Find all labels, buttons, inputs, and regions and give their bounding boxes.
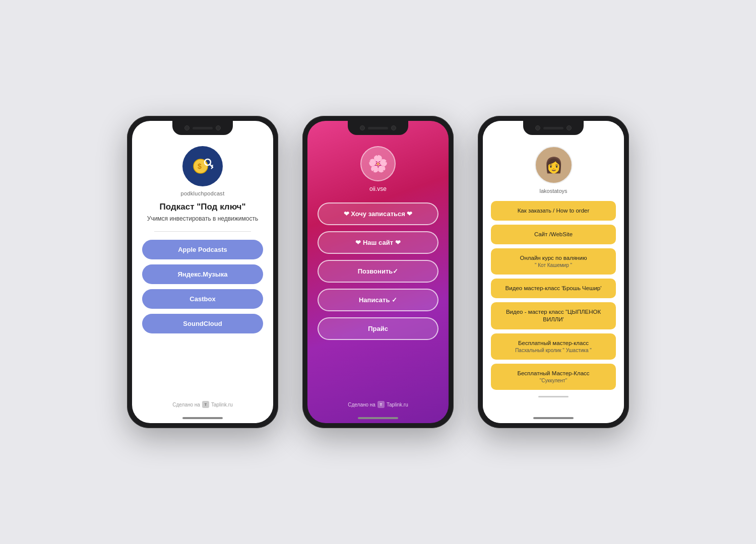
phone1-screen: $ podkluchpodcast Подкаст "Под ключ" Учи…	[132, 121, 273, 423]
phone2-username: oii.vse	[369, 185, 387, 192]
btn-besplatniy-mk2-sub: "Суккулент"	[499, 377, 608, 384]
btn-soundcloud[interactable]: SoundCloud	[142, 314, 263, 333]
phone2-avatar: 🌸	[360, 146, 396, 181]
notch-1	[172, 121, 233, 135]
svg-line-4	[212, 165, 213, 166]
home-indicator-2	[358, 417, 398, 419]
phone3-buttons: Как заказать / How to order Сайт /WebSit…	[491, 201, 616, 390]
btn-video-brosh-label: Видео мастер-класс 'Брошь Чешир'	[506, 285, 602, 291]
btn-website-label: Сайт /WebSite	[534, 231, 573, 237]
btn-apple-podcasts[interactable]: Apple Podcasts	[142, 240, 263, 259]
camera-3	[535, 125, 540, 130]
phone3-avatar: 👩	[535, 146, 573, 184]
btn-online-kurs-label: Онлайн курс по валянию	[520, 255, 587, 261]
btn-besplatniy-mk-label: Бесплатный мастер-класс	[518, 340, 589, 346]
notch-2	[348, 121, 408, 135]
btn-zapisatsya[interactable]: ❤ Хочу записаться ❤	[318, 202, 438, 225]
home-indicator-1	[182, 417, 223, 419]
btn-besplatniy-mk2[interactable]: Бесплатный Мастер-Класс "Суккулент"	[491, 364, 616, 390]
taplink-logo-1: T	[202, 401, 209, 408]
phone1-footer-text: Сделано на	[172, 402, 200, 407]
phone3-screen: 👩 lakostatoys Как заказать / How to orde…	[483, 121, 624, 423]
notch-3	[523, 121, 584, 135]
phone-3: 👩 lakostatoys Как заказать / How to orde…	[478, 116, 629, 428]
camera-1b	[216, 125, 221, 130]
btn-besplatniy-mk2-label: Бесплатный Мастер-Класс	[517, 370, 589, 376]
btn-video-brosh[interactable]: Видео мастер-класс 'Брошь Чешир'	[491, 279, 616, 298]
phone3-home-indicator	[538, 396, 569, 397]
phone1-footer-brand: Taplink.ru	[211, 402, 233, 407]
btn-video-tsyplenok-label: Видео - мастер класс "ЦЫПЛЕНОК ВИЛЛИ'	[506, 309, 601, 322]
btn-besplatniy-mk[interactable]: Бесплатный мастер-класс Пасхальный кроли…	[491, 333, 616, 360]
phone2-footer-text: Сделано на	[348, 402, 375, 407]
btn-nash-sait[interactable]: ❤ Наш сайт ❤	[318, 231, 438, 254]
phone1-subtitle: Учимся инвестировать в недвижимость	[147, 215, 258, 223]
svg-text:$: $	[198, 162, 202, 170]
btn-besplatniy-mk-sub: Пасхальный кролик " Ушастика "	[499, 347, 608, 354]
btn-online-kurs[interactable]: Онлайн курс по валянию " Кот Кашемир "	[491, 248, 616, 275]
btn-napisat[interactable]: Написать ✓	[318, 289, 438, 311]
phone1-title: Подкаст "Под ключ"	[160, 201, 246, 213]
phone3-username: lakostatoys	[539, 188, 567, 194]
phones-container: $ podkluchpodcast Подкаст "Под ключ" Учи…	[127, 86, 629, 458]
phone2-footer-brand: Taplink.ru	[387, 402, 408, 407]
phone1-footer: Сделано на T Taplink.ru	[172, 401, 232, 408]
phone1-avatar: $	[182, 146, 223, 186]
phone-1: $ podkluchpodcast Подкаст "Под ключ" Учи…	[127, 116, 278, 428]
speaker-2	[368, 127, 388, 129]
phone-2: 🌸 oii.vse ❤ Хочу записаться ❤ ❤ Наш сайт…	[302, 116, 454, 428]
btn-online-kurs-sub: " Кот Кашемир "	[499, 262, 608, 268]
btn-yandex-music[interactable]: Яндекс.Музыка	[142, 264, 263, 284]
home-indicator-3	[533, 417, 574, 419]
btn-prais[interactable]: Прайс	[318, 317, 438, 340]
btn-website[interactable]: Сайт /WebSite	[491, 225, 616, 244]
btn-kak-zakazat-label: Как заказать / How to order	[518, 208, 590, 214]
svg-line-5	[212, 168, 213, 169]
btn-kak-zakazat[interactable]: Как заказать / How to order	[491, 201, 616, 221]
phone1-username: podkluchpodcast	[180, 190, 224, 196]
btn-castbox[interactable]: Castbox	[142, 289, 263, 309]
camera-1	[184, 125, 190, 130]
btn-video-tsyplenok[interactable]: Видео - мастер класс "ЦЫПЛЕНОК ВИЛЛИ'	[491, 302, 616, 329]
camera-3b	[566, 125, 572, 130]
phone2-buttons: ❤ Хочу записаться ❤ ❤ Наш сайт ❤ Позвони…	[318, 202, 438, 340]
camera-2b	[391, 125, 396, 130]
taplink-logo-2: T	[377, 401, 385, 408]
phone2-footer: Сделано на T Taplink.ru	[348, 401, 408, 408]
speaker-1	[193, 127, 213, 129]
phone1-divider	[154, 231, 251, 232]
phone1-buttons: Apple Podcasts Яндекс.Музыка Castbox Sou…	[142, 240, 263, 333]
camera-2	[360, 125, 365, 130]
btn-pozvonit[interactable]: Позвонить✓	[318, 260, 438, 283]
phone2-screen: 🌸 oii.vse ❤ Хочу записаться ❤ ❤ Наш сайт…	[307, 121, 449, 423]
speaker-3	[543, 127, 563, 129]
